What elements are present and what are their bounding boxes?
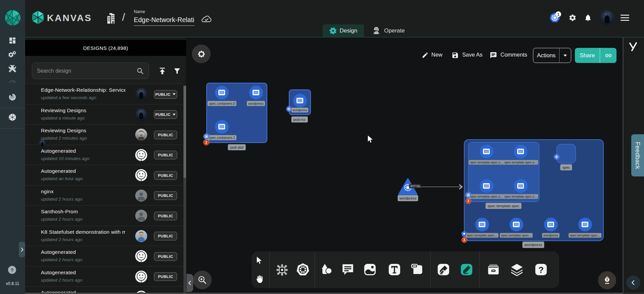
lbl-pod-skd: pod-skd <box>228 144 246 150</box>
lbl-wordpress-svc: wordpress <box>398 195 418 201</box>
btn-new-label: New <box>431 52 442 58</box>
visibility-4[interactable]: PUBLIC <box>154 171 177 180</box>
tool-pan[interactable] <box>255 275 264 283</box>
name-value[interactable]: Edge-Network-Relatio <box>134 16 195 26</box>
lbl-spec-template-spec: spec.template.spec <box>486 203 522 209</box>
breadcrumb-slash: / <box>122 11 125 23</box>
design-item-2[interactable]: Reviewing Designsupdated 2 minutes agoPU… <box>25 124 183 145</box>
node-spec[interactable] <box>556 144 576 163</box>
tool-layers[interactable] <box>510 263 524 277</box>
search-input[interactable]: Search design <box>32 63 149 79</box>
visibility-6[interactable]: PUBLIC <box>154 212 177 220</box>
lbl-spec-containers-1: spec.containers.1 <box>208 135 236 140</box>
visibility-1[interactable]: PUBLIC <box>154 110 177 119</box>
design-item-1[interactable]: Reviewing Designsupdated a minute agoPUB… <box>25 104 183 125</box>
cloud-status <box>201 15 211 22</box>
org-icon[interactable] <box>106 13 116 24</box>
design-item-5[interactable]: nginxupdated 2 hours agoPUBLIC <box>25 185 183 206</box>
hdr-avatar[interactable] <box>600 10 614 25</box>
tab-design[interactable]: Design <box>323 24 364 37</box>
rail-pie[interactable] <box>8 93 16 101</box>
rail-logo <box>5 10 21 26</box>
tool-rect[interactable] <box>410 263 424 277</box>
lbl-wordpress-2: wordpress <box>291 108 308 113</box>
tool-cursor[interactable] <box>255 256 264 265</box>
visibility-0[interactable]: PUBLIC <box>154 90 177 99</box>
bottom-scrollbar <box>25 293 644 294</box>
btn-comments-label: Comments <box>500 52 527 58</box>
tool-drawer[interactable] <box>486 263 500 277</box>
visibility-8[interactable]: PUBLIC <box>154 252 177 261</box>
mini-collab-av <box>39 140 46 147</box>
visibility-2[interactable]: PUBLIC <box>154 131 177 139</box>
design-item-8[interactable]: Autogeneratedupdated 2 hours agoPUBLIC <box>25 246 183 266</box>
rail-speed[interactable] <box>8 77 16 85</box>
lbl-b1: spec.template.spec... <box>466 233 498 238</box>
rail-tools[interactable] <box>8 65 16 73</box>
panel-collapse-pill[interactable] <box>186 274 193 292</box>
visibility-3[interactable]: PUBLIC <box>154 151 177 159</box>
rail-settings[interactable] <box>8 51 17 59</box>
design-item-9[interactable]: Autogeneratedupdated 2 hours agoPUBLIC <box>25 266 183 287</box>
tool-shapes[interactable] <box>319 263 333 277</box>
tool-k8s[interactable] <box>296 263 310 276</box>
btn-upload[interactable] <box>158 67 167 75</box>
rail-hex[interactable] <box>8 113 17 122</box>
tool-image[interactable] <box>363 263 377 277</box>
badge-pentagon <box>461 231 467 237</box>
btn-spinner[interactable] <box>192 45 211 63</box>
tool-comment[interactable] <box>341 263 355 277</box>
rail-expander[interactable] <box>19 242 25 257</box>
visibility-9[interactable]: PUBLIC <box>154 272 177 281</box>
tool-text[interactable] <box>387 263 401 277</box>
tool-help[interactable]: ? <box>534 263 548 277</box>
panel-scroll-thumb <box>183 86 186 178</box>
lbl-edge-port: 80/TCP <box>409 184 421 188</box>
tool-pen[interactable] <box>436 263 450 277</box>
design-item-3[interactable]: Autogeneratedupdated 10 minutes agoPUBLI… <box>25 145 183 165</box>
tab-operate[interactable]: Operate <box>368 24 409 37</box>
lbl-b3: wordpress <box>542 233 559 238</box>
lbl-pod-rcc: pod-rcc <box>291 117 308 123</box>
btn-new[interactable] <box>422 52 429 59</box>
rail-help[interactable]: ? <box>8 266 16 274</box>
btn-saveas-label: Save As <box>462 52 483 58</box>
design-item-4[interactable]: Autogeneratedupdated an hour agoPUBLIC <box>25 165 183 185</box>
rail-dashboard[interactable] <box>8 36 16 45</box>
design-item-0[interactable]: Edge-Network-Relationship: Serviceupdate… <box>25 84 183 104</box>
visibility-7[interactable]: PUBLIC <box>154 232 177 240</box>
designs-panel: DESIGNS (24,898)Search designEdge-Networ… <box>25 38 186 293</box>
design-item-10[interactable]: Autogeneratedupdated 2 hours agoPUBLIC <box>25 286 183 293</box>
btn-pen-fab[interactable] <box>598 271 616 289</box>
visibility-5[interactable]: PUBLIC <box>154 191 177 200</box>
svg-text:?: ? <box>538 265 544 275</box>
btn-filter[interactable] <box>173 67 181 75</box>
kanvas-app: Feedbackspec.containers.0wordpressspec.c… <box>0 0 644 294</box>
bottom-scrollbar-corner <box>623 293 644 294</box>
group-spec-template-spec[interactable] <box>468 142 539 202</box>
feedback-tab[interactable]: Feedback <box>631 134 644 176</box>
name-label: Name <box>134 9 145 14</box>
k8s-ctx-badge: 1 <box>555 11 561 17</box>
design-item-6[interactable]: Santhosh-Promupdated 2 hours agoPUBLIC <box>25 205 183 226</box>
design-item-7[interactable]: K8 Statefulset demonstration with modupd… <box>25 226 183 246</box>
btn-share[interactable]: Share <box>575 48 616 63</box>
edge-svc <box>418 187 461 188</box>
hdr-settings[interactable] <box>569 14 577 22</box>
right-dock-logo <box>629 42 638 52</box>
lbl-wordpress-outer: wordpress <box>522 242 544 248</box>
hdr-menu[interactable] <box>621 14 629 21</box>
rail-div2 <box>0 128 25 129</box>
lbl-sts-1: spec.template.spec.s... <box>469 160 504 165</box>
tool-mesh[interactable] <box>276 264 288 276</box>
tool-scribble[interactable] <box>460 263 474 277</box>
rail-div1 <box>0 108 25 108</box>
btn-right-collapse[interactable] <box>626 276 640 290</box>
kanvas-logo-hex <box>32 11 44 24</box>
btn-zoom[interactable] <box>193 271 212 289</box>
btn-saveas[interactable] <box>451 52 459 59</box>
btn-comments[interactable] <box>490 52 497 59</box>
hdr-bell[interactable] <box>584 14 592 22</box>
btn-actions[interactable]: Actions <box>533 48 571 63</box>
lbl-sts-4: spec.template.spec.s... <box>503 194 538 199</box>
